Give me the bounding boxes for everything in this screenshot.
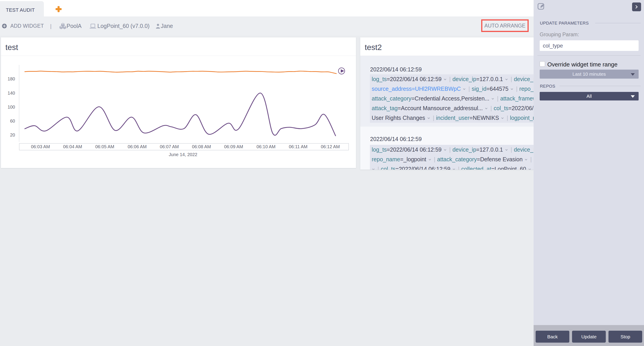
svg-text:20: 20 [10, 132, 15, 137]
svg-text:06:03 AM: 06:03 AM [31, 144, 50, 149]
svg-text:180: 180 [8, 76, 15, 81]
svg-text:60: 60 [10, 118, 15, 123]
svg-text:06:09 AM: 06:09 AM [224, 144, 243, 149]
svg-text:06:08 AM: 06:08 AM [192, 144, 211, 149]
svg-text:100: 100 [8, 104, 15, 109]
svg-text:06:06 AM: 06:06 AM [128, 144, 147, 149]
svg-text:140: 140 [8, 91, 15, 95]
svg-text:06:11 AM: 06:11 AM [289, 144, 308, 149]
svg-text:06:12 AM: 06:12 AM [321, 144, 340, 149]
svg-text:06:10 AM: 06:10 AM [256, 144, 276, 149]
svg-text:June 14, 2022: June 14, 2022 [169, 152, 198, 157]
svg-text:06:07 AM: 06:07 AM [160, 144, 179, 149]
svg-text:06:04 AM: 06:04 AM [63, 144, 82, 149]
svg-text:06:05 AM: 06:05 AM [95, 144, 114, 149]
